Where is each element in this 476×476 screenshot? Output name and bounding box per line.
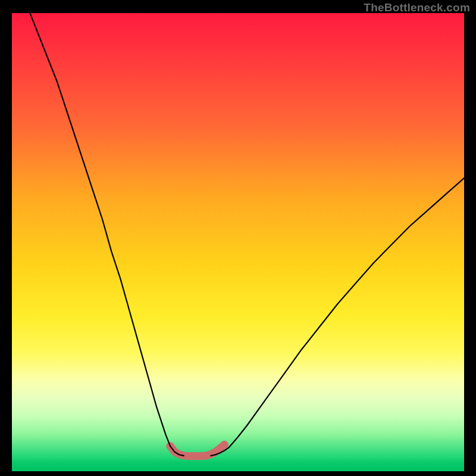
flat-band-end <box>221 441 228 449</box>
chart-frame: TheBottleneck.com <box>0 0 476 476</box>
curve-layer <box>12 13 464 471</box>
watermark-text: TheBottleneck.com <box>364 1 470 14</box>
plot-area <box>12 13 464 471</box>
series-left-curve <box>30 13 183 456</box>
series-right-curve <box>211 178 464 456</box>
